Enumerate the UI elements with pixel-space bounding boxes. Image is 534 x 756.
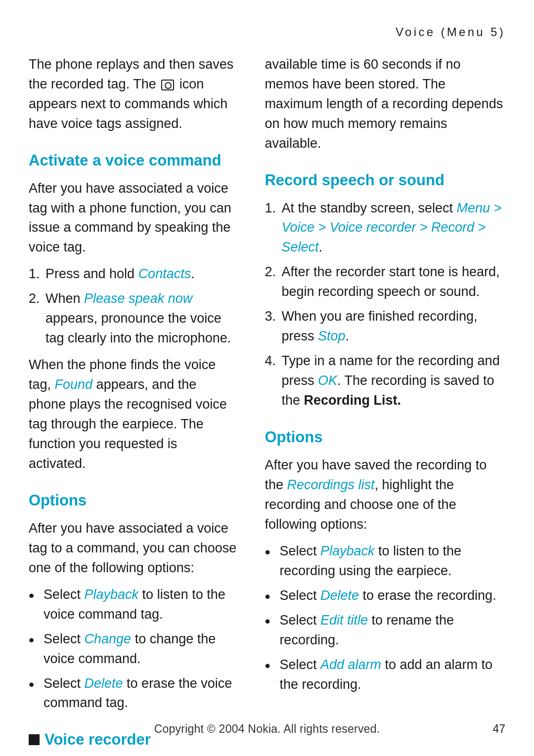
found-link: Found: [55, 377, 93, 392]
list-text: Select Playback to listen to the voice c…: [44, 585, 237, 625]
right-column: available time is 60 seconds if no memos…: [256, 55, 505, 756]
list-item: 3. When you are finished recording, pres…: [265, 307, 505, 346]
heading-options-left: Options: [29, 490, 237, 512]
list-text: Type in a name for the recording and pre…: [281, 351, 505, 411]
list-num: 2.: [29, 289, 45, 309]
list-text: Select Playback to listen to the recordi…: [279, 542, 505, 581]
section-record-speech: Record speech or sound 1. At the standby…: [265, 169, 505, 411]
footer: Copyright © 2004 Nokia. All rights reser…: [0, 721, 534, 737]
list-text: Select Add alarm to add an alarm to the …: [279, 655, 505, 695]
edit-title-link: Edit title: [320, 613, 368, 628]
bullet-icon: •: [29, 630, 44, 649]
section-options-left: Options After you have associated a voic…: [29, 490, 237, 714]
playback-right-link: Playback: [320, 544, 375, 558]
section-activate-voice-command: Activate a voice command After you have …: [29, 150, 237, 474]
list-item: 4. Type in a name for the recording and …: [265, 351, 505, 411]
activate-after-list: When the phone finds the voice tag, Foun…: [29, 355, 237, 474]
recording-list-label: Recording List.: [304, 393, 401, 408]
list-text: When you are finished recording, press S…: [281, 307, 505, 346]
playback-link: Playback: [85, 587, 139, 602]
activate-body: After you have associated a voice tag wi…: [29, 179, 237, 258]
right-intro: available time is 60 seconds if no memos…: [265, 55, 505, 154]
ok-link: OK: [318, 373, 337, 388]
list-item: • Select Delete to erase the recording.: [265, 586, 505, 606]
list-item: • Select Change to change the voice comm…: [29, 630, 237, 669]
list-text: At the standby screen, select Menu > Voi…: [281, 199, 505, 258]
options-right-body: After you have saved the recording to th…: [265, 456, 505, 535]
stop-link: Stop: [318, 329, 346, 343]
list-item: • Select Playback to listen to the voice…: [29, 585, 237, 625]
change-link: Change: [85, 631, 132, 646]
section-options-right: Options After you have saved the recordi…: [265, 426, 505, 695]
record-numbered-list: 1. At the standby screen, select Menu > …: [265, 199, 505, 411]
list-item: • Select Edit title to rename the record…: [265, 611, 505, 650]
footer-page-number: 47: [492, 721, 505, 737]
heading-record-speech: Record speech or sound: [265, 169, 505, 192]
list-num: 4.: [265, 351, 281, 371]
bullet-icon: •: [265, 655, 279, 675]
header-row: Voice (Menu 5): [29, 24, 505, 41]
list-num: 1.: [29, 264, 45, 284]
list-item: • Select Delete to erase the voice comma…: [29, 674, 237, 714]
list-text: Select Delete to erase the voice command…: [44, 674, 237, 714]
header-title: Voice (Menu 5): [396, 24, 505, 41]
two-col-layout: The phone replays and then saves the rec…: [29, 55, 505, 756]
voice-tag-icon: [161, 80, 174, 90]
list-text: Press and hold Contacts.: [45, 264, 195, 284]
delete-right-link: Delete: [320, 588, 359, 603]
list-item: 2. When Please speak now appears, pronou…: [29, 289, 237, 348]
options-right-bullet-list: • Select Playback to listen to the recor…: [265, 542, 505, 695]
list-text: Select Change to change the voice comman…: [44, 630, 237, 669]
options-left-bullet-list: • Select Playback to listen to the voice…: [29, 585, 237, 714]
list-item: 2. After the recorder start tone is hear…: [265, 262, 505, 302]
bullet-icon: •: [29, 674, 44, 694]
list-num: 2.: [265, 262, 281, 282]
bullet-icon: •: [265, 542, 279, 561]
delete-link-left: Delete: [85, 676, 123, 691]
bullet-icon: •: [265, 586, 279, 606]
contacts-link: Contacts: [138, 266, 191, 281]
menu-path-link: Menu > Voice > Voice recorder > Record >…: [281, 201, 501, 255]
left-column: The phone replays and then saves the rec…: [29, 55, 256, 756]
list-text: Select Delete to erase the recording.: [279, 586, 496, 606]
activate-numbered-list: 1. Press and hold Contacts. 2. When Plea…: [29, 264, 237, 348]
add-alarm-link: Add alarm: [320, 657, 381, 672]
heading-options-right: Options: [265, 426, 505, 449]
list-text: Select Edit title to rename the recordin…: [279, 611, 505, 650]
list-item: • Select Add alarm to add an alarm to th…: [265, 655, 505, 695]
list-num: 3.: [265, 307, 281, 327]
please-speak-link: Please speak now: [84, 291, 192, 306]
list-item: 1. At the standby screen, select Menu > …: [265, 199, 505, 258]
options-left-body: After you have associated a voice tag to…: [29, 519, 237, 578]
intro-paragraph: The phone replays and then saves the rec…: [29, 55, 237, 134]
list-item: • Select Playback to listen to the recor…: [265, 542, 505, 581]
list-text: When Please speak now appears, pronounce…: [45, 289, 237, 348]
bullet-icon: •: [29, 585, 44, 605]
list-num: 1.: [265, 199, 281, 218]
recordings-list-link: Recordings list: [287, 477, 374, 492]
list-item: 1. Press and hold Contacts.: [29, 264, 237, 284]
list-text: After the recorder start tone is heard, …: [281, 262, 505, 302]
page-container: Voice (Menu 5) The phone replays and the…: [0, 0, 534, 756]
footer-copyright: Copyright © 2004 Nokia. All rights reser…: [154, 721, 380, 737]
bullet-icon: •: [265, 611, 279, 630]
heading-activate-voice-command: Activate a voice command: [29, 150, 237, 172]
